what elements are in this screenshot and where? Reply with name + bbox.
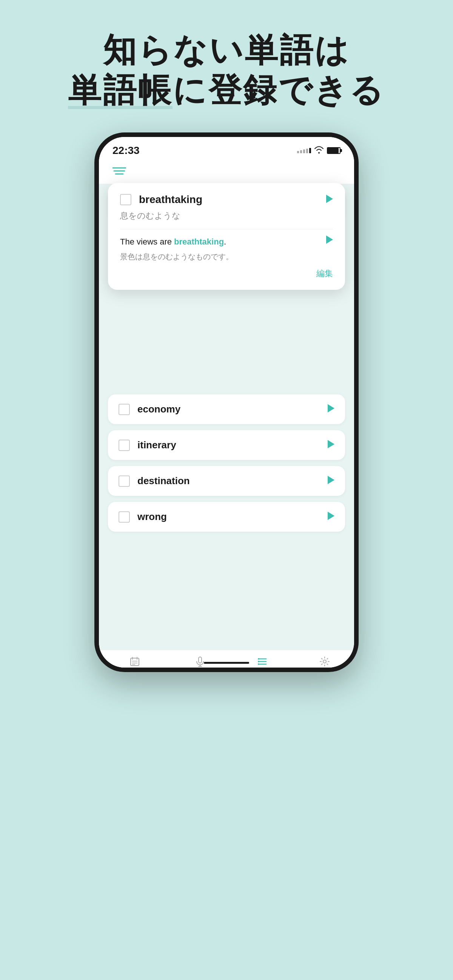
header-line2-rest: に登録できる bbox=[172, 71, 385, 109]
nav-vocab-label: 単語帳 bbox=[253, 672, 271, 672]
filter-icon[interactable] bbox=[113, 167, 126, 177]
popup-sentence: The views are breathtaking. bbox=[120, 235, 322, 248]
header-section: 知らない単語は 単語帳に登録できる bbox=[0, 0, 453, 132]
word-card-destination[interactable]: destination bbox=[108, 466, 345, 496]
checkbox-itinerary[interactable] bbox=[118, 440, 130, 451]
nav-settings-icon bbox=[319, 656, 330, 670]
popup-meaning: 息をのむような bbox=[120, 210, 333, 221]
play-btn-wrong[interactable] bbox=[328, 512, 335, 522]
signal-icon bbox=[297, 148, 311, 153]
nav-talk-label: 会話 bbox=[194, 672, 206, 672]
filter-bar[interactable] bbox=[99, 161, 354, 184]
nav-log-icon bbox=[129, 656, 140, 670]
bottom-nav: 学習ログ 会話 bbox=[99, 650, 354, 672]
checkbox-wrong[interactable] bbox=[118, 511, 130, 523]
play-btn-sentence[interactable] bbox=[326, 235, 333, 246]
svg-point-23 bbox=[258, 661, 259, 662]
checkbox-economy[interactable] bbox=[118, 404, 130, 415]
word-itinerary-text: itinerary bbox=[137, 439, 176, 451]
phone-mockup: 22:33 bbox=[94, 132, 359, 672]
popup-edit-button[interactable]: 編集 bbox=[120, 268, 333, 279]
checkbox-breathtaking[interactable] bbox=[120, 194, 131, 205]
play-btn-breathtaking[interactable] bbox=[326, 195, 333, 205]
svg-point-25 bbox=[323, 660, 326, 663]
phone-mockup-wrapper: 22:33 bbox=[0, 132, 453, 672]
status-time: 22:33 bbox=[113, 145, 140, 157]
nav-item-log[interactable]: 学習ログ bbox=[123, 656, 147, 672]
popup-card: breathtaking 息をのむような The views are breat… bbox=[108, 183, 345, 290]
home-indicator bbox=[204, 662, 249, 664]
nav-settings-label: 設定 bbox=[319, 672, 331, 672]
svg-marker-8 bbox=[328, 476, 335, 484]
word-card-itinerary[interactable]: itinerary bbox=[108, 430, 345, 460]
status-icons bbox=[297, 146, 340, 156]
app-content: worth breathtaking bbox=[99, 161, 354, 672]
word-card-itinerary-left: itinerary bbox=[118, 439, 176, 451]
word-card-economy-left: economy bbox=[118, 403, 180, 415]
nav-item-talk[interactable]: 会話 bbox=[194, 656, 206, 672]
popup-sentence-row: The views are breathtaking. bbox=[120, 235, 333, 248]
play-btn-economy[interactable] bbox=[328, 404, 335, 414]
wifi-icon bbox=[314, 146, 324, 156]
popup-word-row: breathtaking bbox=[120, 194, 333, 206]
sentence-before: The views are bbox=[120, 237, 174, 247]
header-title: 知らない単語は 単語帳に登録できる bbox=[0, 30, 453, 110]
svg-marker-7 bbox=[328, 440, 335, 448]
word-card-wrong[interactable]: wrong bbox=[108, 502, 345, 532]
popup-word-left: breathtaking bbox=[120, 194, 203, 206]
svg-marker-6 bbox=[328, 404, 335, 412]
popup-translation: 景色は息をのむようなものです。 bbox=[120, 252, 333, 262]
popup-word-text: breathtaking bbox=[139, 194, 203, 206]
header-line2: 単語帳に登録できる bbox=[0, 70, 453, 110]
battery-icon bbox=[327, 147, 340, 154]
header-underline-word: 単語帳 bbox=[68, 70, 172, 110]
word-destination-text: destination bbox=[137, 475, 190, 487]
word-list-lower: economy itinerary bbox=[99, 395, 354, 532]
play-btn-itinerary[interactable] bbox=[328, 440, 335, 450]
nav-log-label: 学習ログ bbox=[123, 672, 147, 672]
header-line1: 知らない単語は bbox=[0, 30, 453, 70]
checkbox-destination[interactable] bbox=[118, 476, 130, 487]
nav-vocab-icon bbox=[257, 656, 268, 670]
nav-item-settings[interactable]: 設定 bbox=[319, 656, 331, 672]
svg-point-22 bbox=[258, 658, 259, 660]
svg-marker-4 bbox=[326, 195, 333, 203]
word-economy-text: economy bbox=[137, 403, 180, 415]
sentence-after: . bbox=[224, 237, 226, 247]
play-btn-destination[interactable] bbox=[328, 476, 335, 486]
svg-point-24 bbox=[258, 663, 259, 665]
word-card-destination-left: destination bbox=[118, 475, 190, 487]
popup-divider bbox=[120, 229, 333, 229]
nav-item-vocab[interactable]: 単語帳 bbox=[253, 656, 271, 672]
svg-marker-5 bbox=[326, 235, 333, 244]
svg-rect-16 bbox=[199, 657, 202, 663]
word-card-wrong-left: wrong bbox=[118, 511, 167, 523]
status-bar: 22:33 bbox=[99, 137, 354, 161]
word-card-economy[interactable]: economy bbox=[108, 395, 345, 424]
svg-marker-9 bbox=[328, 512, 335, 520]
word-wrong-text: wrong bbox=[137, 511, 167, 523]
sentence-highlight: breathtaking bbox=[174, 237, 224, 247]
